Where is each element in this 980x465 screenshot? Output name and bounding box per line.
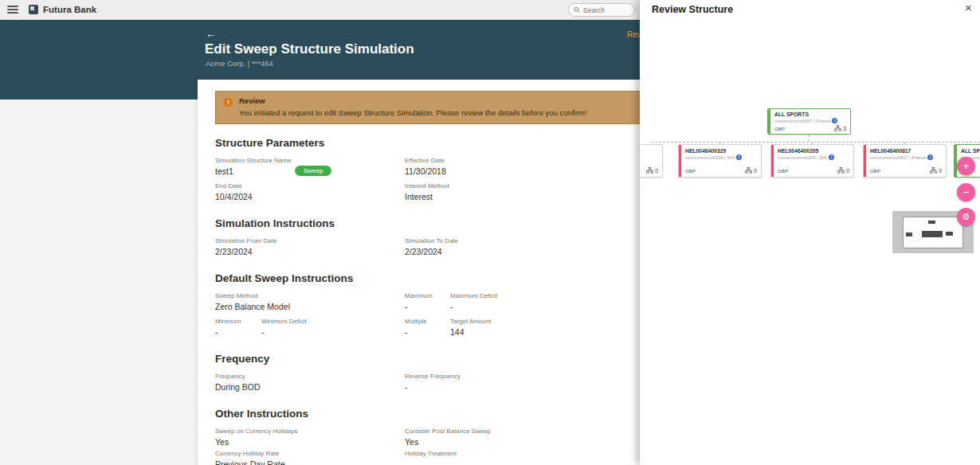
back-arrow-icon[interactable]: ← xyxy=(206,28,216,40)
close-icon[interactable]: ✕ xyxy=(965,3,972,14)
children-count: 0 xyxy=(745,167,757,174)
node-footer: GBP 3 xyxy=(774,125,846,131)
account-node[interactable]: HEL0046400205 xxxxxxxxxxxx0205 | SIN 1 G… xyxy=(770,144,854,178)
field-holiday-treatment: Holiday Treatment xyxy=(405,450,457,459)
form-row: Sweep on Currency Holidays Yes Consider … xyxy=(215,428,649,447)
account-name: HEL0046400205 xyxy=(778,148,853,154)
info-badge: 1 xyxy=(927,154,933,160)
account-details: xxxxxxxxxxxx0329 | SIN 1 xyxy=(685,154,761,160)
account-name: ALL SPORTS xyxy=(961,148,980,154)
hierarchy-icon xyxy=(930,167,937,174)
hierarchy-icon xyxy=(745,167,752,174)
field-sweep-method: Sweep Method Zero Balance Model xyxy=(215,292,290,311)
page-subtitle: Acme Corp. | ***464 xyxy=(206,59,273,68)
field-maximum-deficit: Maximum Deficit - xyxy=(450,292,497,311)
field-sweep-on-currency-holidays: Sweep on Currency Holidays Yes xyxy=(215,428,297,447)
plus-icon: + xyxy=(963,160,970,172)
account-name: HEL0046400329 xyxy=(685,148,761,154)
hierarchy-icon xyxy=(834,125,841,131)
section-heading-frequency: Frequency xyxy=(215,353,649,365)
settings-button[interactable]: ⚙ xyxy=(957,208,975,226)
info-badge: 1 xyxy=(829,154,834,160)
section-heading-simulation-instructions: Simulation Instructions xyxy=(215,217,649,229)
review-details-card: ! Review You initiated a request to edit… xyxy=(198,80,649,465)
node-accent-bar xyxy=(771,145,774,177)
node-footer: 0 xyxy=(640,167,658,174)
field-minimum: Minimum - xyxy=(215,318,241,337)
tree-connector xyxy=(809,135,809,142)
review-warning-banner: ! Review You initiated a request to edit… xyxy=(215,91,649,124)
hierarchy-icon xyxy=(646,167,653,174)
gear-icon: ⚙ xyxy=(962,212,970,222)
review-structure-panel: Review Structure ✕ ALL SPORTS xxxxxxxxxx… xyxy=(640,0,980,465)
account-name: ALL SPORTS xyxy=(774,111,850,117)
account-details: xxxxxxxxxxxx0205 | SIN 1 xyxy=(778,154,853,160)
field-simulation-from-date: Simulation From Date 2/23/2024 xyxy=(215,237,276,256)
form-row: Simulation Structure Name test1 Sweep Ef… xyxy=(215,157,649,179)
section-heading-structure-parameters: Structure Parameters xyxy=(215,137,649,149)
form-row: End Date 10/4/2024 Interest Method Inter… xyxy=(215,182,649,205)
menu-icon[interactable] xyxy=(7,6,18,14)
account-number: xxxxxxxxxxxx0205 | SIN xyxy=(778,155,827,160)
children-count: 0 xyxy=(930,167,942,174)
field-interest-method: Interest Method Interest xyxy=(405,182,449,201)
field-maximum: Maximum - xyxy=(405,292,433,311)
section-heading-other-instructions: Other Instructions xyxy=(215,408,649,420)
node-footer: GBP 0 xyxy=(778,167,849,174)
node-footer: GBP 0 xyxy=(685,167,757,174)
children-count: 0 xyxy=(837,167,849,174)
account-details: xxxxxxxxxxxx0817 | France 1 xyxy=(870,154,946,160)
form-row: Minimum - Minimum Deficit - Multiple - T… xyxy=(215,318,649,340)
field-target-amount: Target Amount 144 xyxy=(450,318,492,337)
currency-label: GBP xyxy=(778,168,788,174)
account-node[interactable]: 1 0 xyxy=(640,144,663,178)
currency-label: GBP xyxy=(774,126,785,131)
warning-icon: ! xyxy=(224,98,233,107)
section-heading-default-sweep-instructions: Default Sweep Instructions xyxy=(215,272,649,284)
node-accent-bar xyxy=(864,145,866,177)
account-details: 1 xyxy=(640,148,662,154)
account-number: xxxxxxxxxxxx0817 | France xyxy=(870,155,926,160)
tree-connector xyxy=(651,142,980,143)
field-simulation-structure-name: Simulation Structure Name test1 Sweep xyxy=(215,157,292,176)
zoom-out-button[interactable]: − xyxy=(957,183,975,201)
node-accent-bar xyxy=(768,109,770,134)
search-box[interactable] xyxy=(568,3,635,17)
minus-icon: − xyxy=(963,186,970,198)
account-number: xxxxxxxxxxxx0567 | France xyxy=(774,119,830,123)
app-window: Futura Bank ← Edit Sweep Structure Simul… xyxy=(0,0,980,465)
field-currency-holiday-rate: Currency Holiday Rate Previous Day Rate xyxy=(215,450,285,465)
brand-name: Futura Bank xyxy=(43,5,96,14)
field-reverse-frequency: Reverse Frequency - xyxy=(405,373,461,392)
sweep-badge: Sweep xyxy=(295,166,331,176)
form-row: Frequency During BOD Reverse Frequency - xyxy=(215,373,649,395)
account-node-root[interactable]: ALL SPORTS xxxxxxxxxxxx0567 | France 1 G… xyxy=(767,108,851,135)
zoom-in-button[interactable]: + xyxy=(957,157,975,175)
currency-label: GBP xyxy=(685,168,696,174)
field-simulation-to-date: Simulation To Date 2/23/2024 xyxy=(405,237,458,256)
field-minimum-deficit: Minimum Deficit - xyxy=(261,318,307,337)
account-node[interactable]: HEL0046400817 xxxxxxxxxxxx0817 | France … xyxy=(863,144,947,178)
banner-title: Review xyxy=(239,96,586,105)
children-count: 3 xyxy=(834,125,846,131)
account-node[interactable]: HEL0046400329 xxxxxxxxxxxx0329 | SIN 1 G… xyxy=(678,144,762,178)
node-accent-bar xyxy=(679,145,681,177)
field-frequency: Frequency During BOD xyxy=(215,373,261,392)
form-row: Sweep Method Zero Balance Model Maximum … xyxy=(215,292,649,315)
minimap-viewport[interactable] xyxy=(903,217,963,248)
page-title: Edit Sweep Structure Simulation xyxy=(205,41,414,57)
hierarchy-icon xyxy=(837,167,845,174)
banner-message: You initiated a request to edit Sweep St… xyxy=(239,108,586,117)
futura-bank-logo xyxy=(29,5,38,14)
info-badge: 1 xyxy=(736,154,742,160)
search-input[interactable] xyxy=(583,6,629,14)
panel-title: Review Structure xyxy=(652,4,733,15)
children-count: 0 xyxy=(646,167,658,174)
node-footer: GBP 0 xyxy=(870,167,942,174)
account-number: xxxxxxxxxxxx0329 | SIN xyxy=(685,155,735,160)
info-badge: 1 xyxy=(832,118,837,123)
node-accent-bar xyxy=(955,145,957,177)
form-row: Currency Holiday Rate Previous Day Rate … xyxy=(215,450,649,465)
search-icon xyxy=(574,6,580,14)
account-details: xxxxxxxxxxxx0567 | France 1 xyxy=(774,118,850,123)
